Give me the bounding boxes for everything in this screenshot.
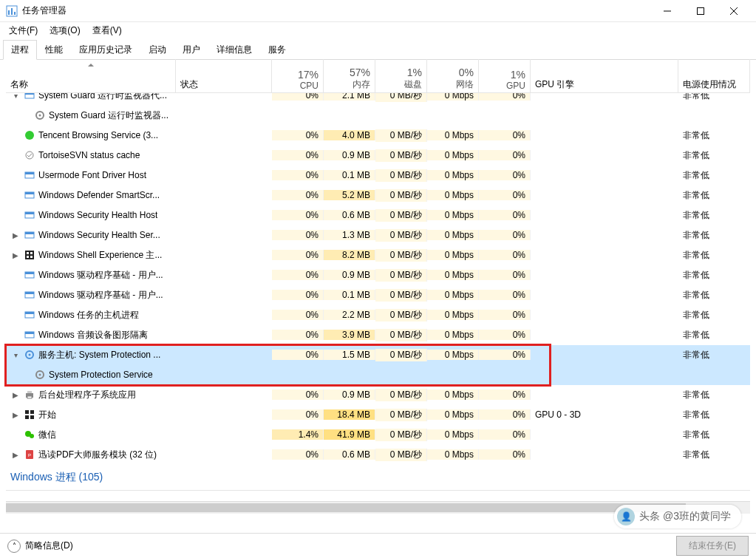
svg-rect-1 (8, 10, 10, 15)
disk-cell: 0 MB/秒 (375, 329, 427, 341)
process-name: Tencent Browsing Service (3... (38, 130, 158, 140)
col-name[interactable]: 名称 (6, 59, 176, 92)
col-gpu[interactable]: 1%GPU (479, 59, 531, 92)
tab-2[interactable]: 应用历史记录 (71, 40, 140, 59)
disk-cell: 0 MB/秒 (375, 409, 427, 421)
disk-cell: 0 MB/秒 (375, 309, 427, 321)
process-icon (24, 209, 35, 221)
tab-4[interactable]: 用户 (174, 40, 208, 59)
network-cell: 0 Mbps (427, 190, 479, 200)
col-cpu[interactable]: 17%CPU (272, 59, 324, 92)
close-button[interactable] (717, 0, 750, 22)
scrollbar-thumb[interactable] (6, 503, 686, 512)
menu-view[interactable]: 查看(V) (86, 23, 128, 38)
gpu-cell: 0% (479, 93, 531, 101)
process-icon (24, 349, 35, 361)
gpu-cell: 0% (479, 150, 531, 160)
tab-0[interactable]: 进程 (3, 40, 37, 60)
tab-5[interactable]: 详细信息 (208, 40, 260, 59)
menu-file[interactable]: 文件(F) (3, 23, 44, 38)
disk-cell: 0 MB/秒 (375, 349, 427, 361)
process-row[interactable]: ▾System Guard 运行时监视器代...0%2.1 MB0 MB/秒0 … (6, 93, 750, 106)
cpu-cell: 0% (272, 250, 324, 260)
tab-6[interactable]: 服务 (260, 40, 294, 59)
process-row[interactable]: Windows 驱动程序基础 - 用户...0%0.1 MB0 MB/秒0 Mb… (6, 285, 750, 305)
svg-rect-15 (25, 172, 34, 174)
process-row[interactable]: ▶P迅读PDF大师服务模块 (32 位)0%0.6 MB0 MB/秒0 Mbps… (6, 445, 750, 465)
expander-icon[interactable]: ▶ (10, 451, 21, 459)
col-disk[interactable]: 1%磁盘 (375, 59, 427, 92)
expander-icon[interactable]: ▶ (10, 411, 21, 419)
process-name: System Guard 运行时监视器代... (38, 93, 167, 102)
power-cell: 非常低 (678, 169, 750, 182)
gpu-cell: 0% (479, 270, 531, 280)
expander-icon[interactable]: ▾ (10, 93, 21, 100)
gpu-cell: 0% (479, 170, 531, 180)
process-icon (24, 249, 35, 261)
process-row[interactable]: ▶Windows Shell Experience 主...0%8.2 MB0 … (6, 245, 750, 265)
expander-icon[interactable]: ▶ (10, 251, 21, 259)
process-row[interactable]: 微信1.4%41.9 MB0 MB/秒0 Mbps0%非常低 (6, 425, 750, 445)
svg-rect-5 (697, 7, 704, 14)
memory-cell: 2.2 MB (324, 310, 375, 320)
gpu-cell: 0% (479, 130, 531, 140)
process-row[interactable]: Windows 任务的主机进程0%2.2 MB0 MB/秒0 Mbps0%非常低 (6, 305, 750, 325)
process-row[interactable]: ▶开始0%18.4 MB0 MB/秒0 Mbps0%GPU 0 - 3D非常低 (6, 405, 750, 425)
cpu-cell: 0% (272, 310, 324, 320)
end-task-button[interactable]: 结束任务(E) (676, 536, 749, 556)
disk-cell: 0 MB/秒 (375, 209, 427, 222)
maximize-button[interactable] (684, 0, 717, 22)
power-cell: 非常低 (678, 129, 750, 142)
svg-rect-17 (25, 192, 34, 194)
process-name: 迅读PDF大师服务模块 (32 位) (38, 449, 157, 461)
process-row[interactable]: ▾服务主机: System Protection ...0%1.5 MB0 MB… (6, 345, 750, 365)
gpu-cell: 0% (479, 190, 531, 200)
process-row[interactable]: System Protection Service (6, 365, 750, 385)
expander-icon[interactable]: ▶ (10, 231, 21, 239)
expander-icon[interactable]: ▾ (10, 351, 21, 359)
cpu-cell: 0% (272, 270, 324, 280)
process-row[interactable]: Windows 音频设备图形隔离0%3.9 MB0 MB/秒0 Mbps0%非常… (6, 325, 750, 345)
disk-cell: 0 MB/秒 (375, 169, 427, 182)
network-cell: 0 Mbps (427, 330, 479, 340)
process-name: System Guard 运行时监视器... (49, 109, 168, 122)
col-gpu-engine[interactable]: GPU 引擎 (531, 59, 678, 92)
memory-cell: 3.9 MB (324, 330, 375, 340)
power-cell: 非常低 (678, 269, 750, 282)
tab-1[interactable]: 性能 (37, 40, 71, 59)
network-cell: 0 Mbps (427, 170, 479, 180)
process-icon: P (24, 449, 35, 460)
svg-rect-43 (30, 410, 34, 414)
power-cell: 非常低 (678, 229, 750, 242)
process-row[interactable]: Tencent Browsing Service (3...0%4.0 MB0 … (6, 126, 750, 146)
process-row[interactable]: Windows 驱动程序基础 - 用户...0%0.9 MB0 MB/秒0 Mb… (6, 265, 750, 285)
col-power[interactable]: 电源使用情况 (678, 59, 750, 92)
process-name: Windows Security Health Host (38, 210, 157, 220)
cpu-cell: 0% (272, 389, 324, 400)
cpu-cell: 0% (272, 190, 324, 200)
disk-cell: 0 MB/秒 (375, 389, 427, 401)
menu-options[interactable]: 选项(O) (44, 23, 86, 38)
disk-cell: 0 MB/秒 (375, 189, 427, 202)
process-icon (24, 409, 35, 421)
process-icon (24, 289, 35, 301)
disk-cell: 0 MB/秒 (375, 93, 427, 102)
svg-point-13 (26, 152, 33, 159)
process-list[interactable]: ▾System Guard 运行时监视器代...0%2.1 MB0 MB/秒0 … (6, 93, 750, 501)
expander-icon[interactable]: ▶ (10, 391, 21, 399)
process-row[interactable]: ▶后台处理程序子系统应用0%0.9 MB0 MB/秒0 Mbps0%非常低 (6, 385, 750, 405)
process-row[interactable]: Windows Defender SmartScr...0%5.2 MB0 MB… (6, 186, 750, 205)
col-status[interactable]: 状态 (176, 59, 272, 92)
process-row[interactable]: TortoiseSVN status cache0%0.9 MB0 MB/秒0 … (6, 146, 750, 166)
process-row[interactable]: Usermode Font Driver Host0%0.1 MB0 MB/秒0… (6, 166, 750, 186)
process-row[interactable]: System Guard 运行时监视器... (6, 106, 750, 126)
fewer-details-button[interactable]: ˄ 简略信息(D) (7, 540, 73, 553)
col-memory[interactable]: 57%内存 (324, 59, 375, 92)
disk-cell: 0 MB/秒 (375, 249, 427, 262)
minimize-button[interactable] (650, 0, 684, 22)
process-row[interactable]: Windows Security Health Host0%0.6 MB0 MB… (6, 205, 750, 225)
svg-rect-3 (14, 12, 16, 15)
process-row[interactable]: ▶Windows Security Health Ser...0%1.3 MB0… (6, 225, 750, 245)
col-network[interactable]: 0%网络 (427, 59, 479, 92)
tab-3[interactable]: 启动 (140, 40, 174, 59)
